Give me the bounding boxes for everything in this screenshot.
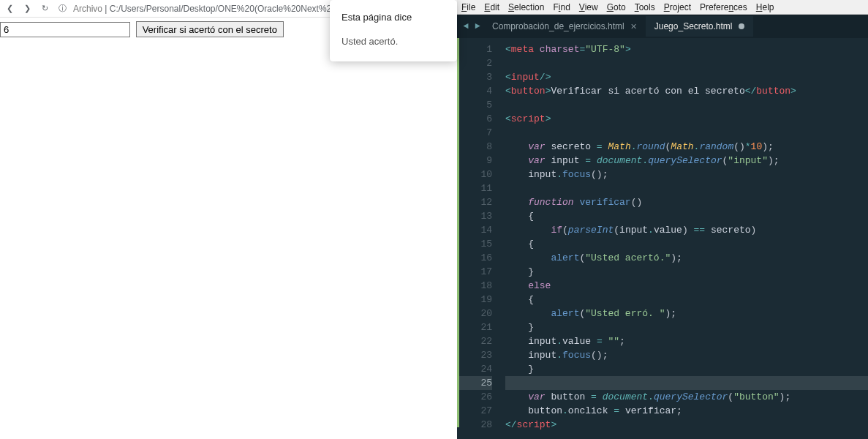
line-gutter: 1234567891011121314151617181920212223242… bbox=[459, 38, 498, 439]
menu-edit[interactable]: Edit bbox=[484, 2, 499, 12]
dirty-indicator-icon bbox=[739, 23, 744, 29]
reload-icon[interactable]: ↻ bbox=[38, 2, 51, 15]
browser-pane: ❮ ❯ ↻ ⓘ Archivo | C:/Users/Personal/Desk… bbox=[0, 0, 457, 439]
tab-juego-secreto[interactable]: Juego_Secreto.html bbox=[646, 16, 753, 37]
tab-comprobacion[interactable]: Comprobación_de_ejercicios.html ✕ bbox=[483, 16, 646, 37]
menu-file[interactable]: File bbox=[461, 2, 475, 12]
editor-menu-bar: File Edit Selection Find View Goto Tools… bbox=[457, 0, 868, 15]
menu-project[interactable]: Project bbox=[664, 2, 691, 12]
forward-icon[interactable]: ❯ bbox=[20, 2, 34, 15]
code-content[interactable]: <meta charset="UTF-8"> <input/><button>V… bbox=[498, 38, 868, 439]
tab-scroll-left-icon[interactable]: ◄ bbox=[460, 21, 472, 31]
menu-goto[interactable]: Goto bbox=[607, 2, 626, 12]
close-icon[interactable]: ✕ bbox=[630, 22, 637, 31]
tab-scroll-right-icon[interactable]: ► bbox=[472, 21, 483, 31]
editor-tab-bar: ◄ ► Comprobación_de_ejercicios.html ✕ Ju… bbox=[457, 15, 868, 38]
alert-message: Usted acertó. bbox=[341, 36, 445, 47]
menu-preferences[interactable]: Preferences bbox=[700, 2, 747, 12]
verify-button[interactable]: Verificar si acertó con el secreto bbox=[136, 21, 284, 37]
menu-selection[interactable]: Selection bbox=[508, 2, 544, 12]
editor-pane: File Edit Selection Find View Goto Tools… bbox=[457, 0, 868, 439]
menu-view[interactable]: View bbox=[579, 2, 598, 12]
tab-label: Juego_Secreto.html bbox=[654, 21, 733, 31]
back-icon[interactable]: ❮ bbox=[3, 2, 16, 15]
menu-find[interactable]: Find bbox=[553, 2, 570, 12]
code-area: 1234567891011121314151617181920212223242… bbox=[457, 38, 868, 439]
js-alert: Esta página dice Usted acertó. bbox=[330, 0, 457, 61]
menu-tools[interactable]: Tools bbox=[635, 2, 655, 12]
menu-help[interactable]: Help bbox=[756, 2, 774, 12]
alert-title: Esta página dice bbox=[341, 12, 445, 23]
tab-label: Comprobación_de_ejercicios.html bbox=[492, 21, 624, 31]
guess-input[interactable] bbox=[0, 22, 130, 37]
info-icon[interactable]: ⓘ bbox=[56, 2, 69, 15]
